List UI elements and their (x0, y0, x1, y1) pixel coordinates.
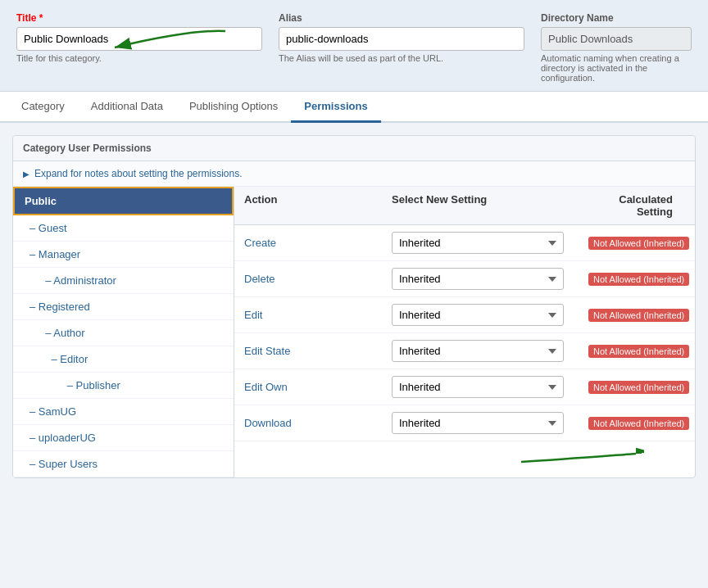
perm-select-edit[interactable]: Inherited Allowed Denied (392, 304, 588, 326)
dirname-hint: Automatic naming when creating a directo… (541, 53, 692, 83)
expand-text: Expand for notes about setting the permi… (34, 168, 242, 179)
user-list: Public – Guest – Manager – Administrator… (13, 187, 234, 477)
main-content: Category User Permissions ▶ Expand for n… (0, 123, 708, 491)
perm-action-editstate: Edit State (244, 345, 392, 357)
permissions-table: Action Select New Setting Calculated Set… (234, 187, 695, 477)
dirname-field-group: Directory Name Automatic naming when cre… (541, 12, 692, 83)
perm-action-edit: Edit (244, 309, 392, 321)
perm-select-editstate[interactable]: Inherited Allowed Denied (392, 340, 588, 362)
col-calc-header: Calculated Setting (588, 193, 685, 218)
perm-calc-editown: Not Allowed (Inherited) (588, 381, 701, 393)
perm-select-download[interactable]: Inherited Allowed Denied (392, 412, 588, 434)
title-hint: Title for this category. (16, 53, 262, 63)
user-item-registered[interactable]: – Registered (13, 294, 234, 320)
panel-title: Category User Permissions (13, 136, 695, 161)
perm-select-create-input[interactable]: Inherited Allowed Denied (392, 232, 564, 254)
perm-calc-editstate: Not Allowed (Inherited) (588, 345, 701, 357)
tab-publishing[interactable]: Publishing Options (176, 92, 291, 123)
perm-calc-create: Not Allowed (Inherited) (588, 237, 701, 249)
tab-additional[interactable]: Additional Data (78, 92, 176, 123)
perm-row-editown: Edit Own Inherited Allowed Denied Not Al… (234, 369, 695, 405)
perm-action-editown: Edit Own (244, 381, 392, 393)
title-label: Title * (16, 12, 262, 24)
col-select-header: Select New Setting (392, 193, 588, 218)
perm-row-create: Create Inherited Allowed Denied Not Allo… (234, 225, 695, 261)
user-item-superusers[interactable]: – Super Users (13, 451, 234, 477)
user-item-author[interactable]: – Author (13, 320, 234, 346)
alias-input[interactable] (279, 27, 524, 51)
user-item-administrator[interactable]: – Administrator (13, 268, 234, 294)
calc-badge-editown: Not Allowed (Inherited) (588, 381, 689, 394)
perm-select-editown[interactable]: Inherited Allowed Denied (392, 376, 588, 398)
tab-permissions[interactable]: Permissions (291, 92, 380, 123)
tabs-bar: Category Additional Data Publishing Opti… (0, 92, 708, 123)
calc-badge-create: Not Allowed (Inherited) (588, 237, 689, 250)
expand-notes-row[interactable]: ▶ Expand for notes about setting the per… (13, 161, 695, 187)
user-item-publisher[interactable]: – Publisher (13, 373, 234, 399)
perm-calc-edit: Not Allowed (Inherited) (588, 309, 701, 321)
calc-badge-delete: Not Allowed (Inherited) (588, 273, 689, 286)
user-item-editor[interactable]: – Editor (13, 346, 234, 373)
expand-icon: ▶ (23, 170, 30, 179)
col-action-header: Action (244, 193, 392, 218)
perm-select-download-input[interactable]: Inherited Allowed Denied (392, 412, 564, 434)
tab-category[interactable]: Category (8, 92, 78, 123)
user-item-manager[interactable]: – Manager (13, 242, 234, 268)
perm-select-delete[interactable]: Inherited Allowed Denied (392, 268, 588, 290)
user-item-public[interactable]: Public (13, 187, 234, 215)
perm-calc-download: Not Allowed (Inherited) (588, 417, 701, 429)
alias-hint: The Alias will be used as part of the UR… (279, 53, 524, 63)
calc-badge-download: Not Allowed (Inherited) (588, 417, 689, 430)
perm-row-download: Download Inherited Allowed Denied Not Al… (234, 405, 695, 441)
arrow-right-area (234, 441, 695, 474)
perm-row-editstate: Edit State Inherited Allowed Denied Not … (234, 333, 695, 369)
perm-row-edit: Edit Inherited Allowed Denied Not Allowe… (234, 297, 695, 333)
title-input[interactable] (16, 27, 262, 51)
perm-action-delete: Delete (244, 273, 392, 285)
perm-action-download: Download (244, 417, 392, 429)
perm-select-create[interactable]: Inherited Allowed Denied (392, 232, 588, 254)
user-item-samug[interactable]: – SamUG (13, 399, 234, 425)
permissions-body: Public – Guest – Manager – Administrator… (13, 187, 695, 477)
perm-row-delete: Delete Inherited Allowed Denied Not Allo… (234, 261, 695, 297)
dirname-input (541, 27, 692, 51)
dirname-label: Directory Name (541, 12, 692, 24)
alias-label: Alias (279, 12, 524, 24)
user-item-uploaderug[interactable]: – uploaderUG (13, 425, 234, 451)
user-item-guest[interactable]: – Guest (13, 215, 234, 242)
title-field-group: Title * Title for this category. (16, 12, 262, 83)
top-bar: Title * Title for this category. Alias T… (0, 0, 708, 92)
perm-action-create: Create (244, 237, 392, 249)
calc-badge-edit: Not Allowed (Inherited) (588, 309, 689, 322)
perm-select-editstate-input[interactable]: Inherited Allowed Denied (392, 340, 564, 362)
permissions-panel: Category User Permissions ▶ Expand for n… (12, 135, 696, 478)
alias-field-group: Alias The Alias will be used as part of … (279, 12, 524, 83)
perm-header: Action Select New Setting Calculated Set… (234, 187, 695, 225)
calc-badge-editstate: Not Allowed (Inherited) (588, 345, 689, 358)
perm-select-edit-input[interactable]: Inherited Allowed Denied (392, 304, 564, 326)
arrow-right-annotation (513, 441, 644, 474)
perm-calc-delete: Not Allowed (Inherited) (588, 273, 701, 285)
perm-select-editown-input[interactable]: Inherited Allowed Denied (392, 376, 564, 398)
perm-select-delete-input[interactable]: Inherited Allowed Denied (392, 268, 564, 290)
